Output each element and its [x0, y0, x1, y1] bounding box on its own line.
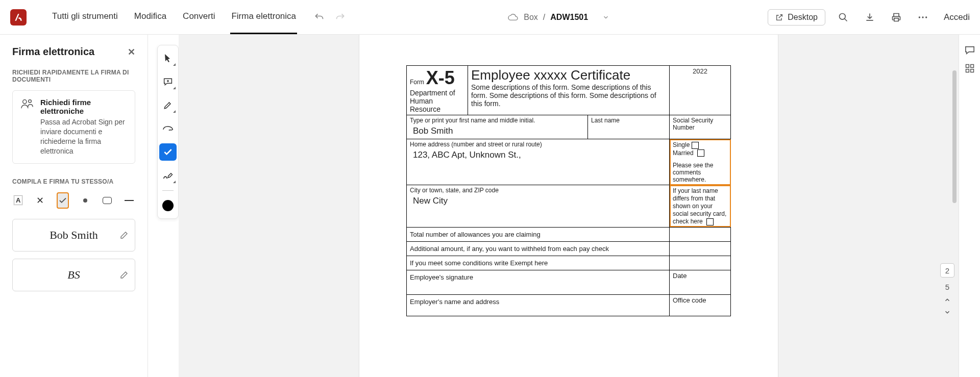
label-married: Married [673, 149, 694, 157]
redo-button[interactable] [332, 9, 349, 26]
undo-button[interactable] [310, 9, 328, 26]
form-table: Form X-5 Department of Human Resource Em… [406, 65, 731, 316]
field-date[interactable]: Date [670, 270, 731, 294]
breadcrumb-file[interactable]: ADW1501 [550, 13, 588, 22]
page-up-button[interactable] [944, 296, 951, 304]
promo-title: Richiedi firme elettroniche [40, 98, 128, 115]
field-firstname-label: Type or print your first name and middle… [410, 117, 584, 124]
section-request: RICHIEDI RAPIDAMENTE LA FIRMA DI DOCUMEN… [12, 69, 135, 83]
menu-edit[interactable]: Modifica [133, 0, 167, 34]
svg-point-5 [29, 100, 32, 103]
checkbox-married[interactable] [697, 149, 704, 157]
comments-panel-button[interactable] [964, 45, 975, 55]
field-firstname-value[interactable]: Bob Smith [410, 124, 584, 137]
document-page: Form X-5 Department of Human Resource Em… [359, 35, 778, 377]
checkbox-lastname-diff[interactable] [706, 218, 714, 225]
field-emp-sign[interactable]: Employee's signature [407, 270, 670, 294]
field-address-label: Home address (number and street or rural… [410, 141, 666, 148]
svg-point-0 [839, 13, 845, 19]
topbar: Tutti gli strumenti Modifica Converti Fi… [0, 0, 980, 35]
page-down-button[interactable] [944, 309, 951, 316]
request-signatures-promo[interactable]: Richiedi firme elettroniche Passa ad Acr… [12, 90, 135, 164]
svg-point-2 [922, 16, 923, 18]
page-total: 5 [945, 283, 949, 291]
field-lastname-diff: If your last name differs from that show… [673, 187, 726, 225]
apps-panel-button[interactable] [965, 63, 975, 73]
form-desc: Some descriptions of this form. Some des… [471, 83, 666, 108]
tool-rect[interactable] [101, 192, 113, 209]
tool-dot[interactable] [79, 192, 91, 209]
tool-sign[interactable] [159, 167, 177, 184]
breadcrumb-source[interactable]: Box [524, 13, 538, 22]
chevron-down-icon[interactable] [602, 14, 609, 21]
tool-comment[interactable] [159, 73, 177, 90]
tool-checkmark[interactable] [159, 143, 177, 161]
svg-point-4 [23, 100, 27, 104]
menu-esign[interactable]: Firma elettronica [230, 0, 297, 34]
tool-color[interactable] [159, 197, 177, 214]
scrollbar-thumb[interactable] [952, 70, 957, 203]
edit-signature-button[interactable] [119, 231, 129, 240]
field-allowances: Total number of allowances you are claim… [407, 227, 670, 241]
svg-rect-6 [966, 65, 969, 68]
signature-initials[interactable]: BS [12, 259, 135, 291]
open-desktop-button[interactable]: Desktop [768, 9, 825, 26]
cloud-icon [507, 13, 519, 22]
field-employer: Employer's name and address [407, 294, 670, 316]
tool-lasso[interactable] [159, 120, 177, 137]
edit-initials-button[interactable] [119, 270, 129, 280]
svg-rect-9 [970, 69, 973, 72]
main-area: Firma elettronica ✕ RICHIEDI RAPIDAMENTE… [0, 35, 980, 377]
floating-toolbar [157, 45, 179, 219]
menu-tools[interactable]: Tutti gli strumenti [51, 0, 119, 34]
field-exempt: If you meet some conditions write Exempt… [407, 256, 670, 270]
signature-full-preview: Bob Smith [50, 229, 98, 242]
open-desktop-label: Desktop [788, 13, 818, 22]
page-navigator: 2 5 [940, 263, 954, 316]
marital-note: Please see the comments somewhere. [673, 162, 727, 183]
page-current[interactable]: 2 [940, 263, 954, 278]
form-label: Form [410, 79, 424, 86]
label-single: Single [673, 141, 690, 148]
close-panel-button[interactable]: ✕ [128, 46, 135, 58]
field-additional: Additional amount, if any, you want to w… [407, 241, 670, 256]
field-city-label: City or town, state, and ZIP code [410, 187, 666, 194]
people-icon [20, 98, 34, 156]
checkbox-single[interactable] [692, 142, 699, 149]
tool-text[interactable]: A [12, 192, 24, 209]
signature-full[interactable]: Bob Smith [12, 219, 135, 252]
menu-convert[interactable]: Converti [182, 0, 216, 34]
section-selfsign: COMPILA E FIRMA TU STESSO/A [12, 178, 135, 185]
topbar-right: Desktop Accedi [768, 9, 970, 26]
form-dept: Department of Human Resource [410, 89, 455, 113]
svg-point-1 [919, 16, 920, 18]
field-lastname-label: Last name [591, 117, 666, 124]
svg-point-3 [925, 16, 927, 18]
more-button[interactable] [914, 9, 932, 26]
color-swatch [162, 200, 174, 211]
panel-title: Firma elettronica [12, 46, 94, 58]
right-rail [959, 35, 980, 377]
tool-select[interactable] [159, 49, 177, 67]
print-button[interactable] [888, 9, 905, 26]
field-office: Office code [670, 294, 731, 316]
field-city-value[interactable]: New City [410, 194, 666, 207]
selfsign-tools: A ✕ [12, 192, 135, 209]
search-button[interactable] [835, 9, 852, 26]
tool-check[interactable] [57, 192, 69, 209]
breadcrumb-sep: / [543, 13, 545, 22]
main-menu: Tutti gli strumenti Modifica Converti Fi… [51, 0, 297, 34]
svg-rect-8 [966, 69, 969, 72]
download-button[interactable] [861, 9, 878, 26]
form-number: X-5 [426, 67, 455, 88]
acrobat-logo [10, 9, 27, 26]
signature-initials-preview: BS [67, 268, 80, 282]
signin-link[interactable]: Accedi [944, 12, 970, 22]
form-year: 2022 [670, 66, 731, 115]
field-address-value[interactable]: 123, ABC Apt, Unknown St., [410, 148, 666, 161]
tool-line[interactable] [124, 192, 135, 209]
svg-rect-7 [970, 65, 973, 68]
document-viewport[interactable]: Form X-5 Department of Human Resource Em… [179, 35, 959, 377]
tool-cross[interactable]: ✕ [34, 192, 46, 209]
tool-highlight[interactable] [159, 96, 177, 114]
